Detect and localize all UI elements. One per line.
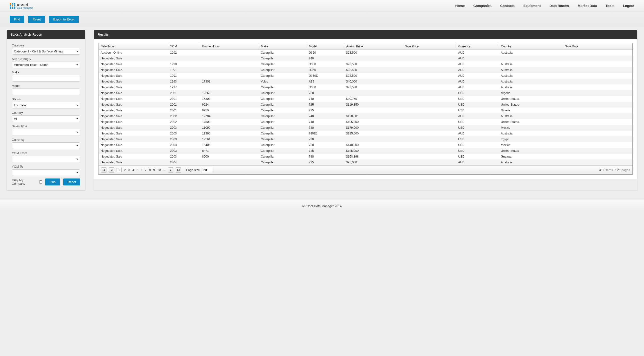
table-row[interactable]: Negotiated Sale199317301VolvoA35$40,000A… xyxy=(99,79,632,84)
page-5[interactable]: 5 xyxy=(136,168,138,172)
first-page-button[interactable]: |◀ xyxy=(101,168,106,173)
page-7[interactable]: 7 xyxy=(145,168,146,172)
col-country[interactable]: Country xyxy=(499,43,563,50)
logo: asset data manager xyxy=(10,2,33,9)
col-sale-date[interactable]: Sale Date xyxy=(563,43,632,50)
yomto-select[interactable] xyxy=(12,169,80,176)
table-row[interactable]: Negotiated Sale200115300Caterpillar740$9… xyxy=(99,96,632,102)
make-label: Make xyxy=(12,70,80,74)
country-label: Country xyxy=(12,111,80,115)
page-numbers: 12345678910... xyxy=(116,168,166,172)
table-row[interactable]: Negotiated SaleCaterpillar740AUD xyxy=(99,56,632,61)
category-select[interactable]: Category 1 - Civil & Surface Mining xyxy=(12,48,80,55)
model-label: Model xyxy=(12,84,80,88)
content-area: Sales Analysis Report Category Category … xyxy=(0,27,644,197)
table-row[interactable]: Negotiated Sale20038500Caterpillar740$15… xyxy=(99,154,632,160)
currency-label: Currency xyxy=(12,138,80,142)
col-sale-price[interactable]: Sale Price xyxy=(403,43,456,50)
nav-data-rooms[interactable]: Data Rooms xyxy=(549,4,569,8)
yomfrom-select[interactable] xyxy=(12,156,80,162)
nav-tools[interactable]: Tools xyxy=(606,4,614,8)
pager-info: 411 items in 21 pages xyxy=(600,168,630,172)
action-toolbar: Find Reset Export to Excel xyxy=(0,12,644,27)
results-panel: Results Sale TypeYOMFrame HoursMakeModel… xyxy=(94,30,637,190)
filter-panel-title: Sales Analysis Report xyxy=(7,30,85,39)
table-row[interactable]: Negotiated Sale20038471Caterpillar735$18… xyxy=(99,148,632,154)
page-...[interactable]: ... xyxy=(163,168,166,172)
table-row[interactable]: Auction - Online1992CaterpillarD350$23,5… xyxy=(99,50,632,56)
find-button[interactable]: Find xyxy=(10,16,24,23)
category-label: Category xyxy=(12,43,80,47)
model-input[interactable] xyxy=(12,89,80,95)
table-row[interactable]: Negotiated Sale1991CaterpillarD350$23,50… xyxy=(99,67,632,73)
yomto-label: YOM To xyxy=(12,165,80,168)
sidebar-find-button[interactable]: Find xyxy=(45,178,60,185)
pager: |◀ ◀ 12345678910... ▶ ▶| Page size: 411 … xyxy=(99,165,632,175)
country-select[interactable]: All xyxy=(12,115,80,122)
page-6[interactable]: 6 xyxy=(141,168,142,172)
status-select[interactable]: For Sale xyxy=(12,102,80,109)
nav-contacts[interactable]: Contacts xyxy=(500,4,515,8)
sidebar-reset-button[interactable]: Reset xyxy=(63,178,80,185)
nav-logout[interactable]: Logout xyxy=(623,4,634,8)
table-row[interactable]: Negotiated Sale200112263Caterpillar730US… xyxy=(99,90,632,96)
page-size-input[interactable] xyxy=(202,167,212,173)
page-1[interactable]: 1 xyxy=(116,168,122,172)
logo-subtext: data manager xyxy=(17,6,33,9)
results-table: Sale TypeYOMFrame HoursMakeModelAsking P… xyxy=(99,43,632,165)
export-excel-button[interactable]: Export to Excel xyxy=(49,16,78,23)
status-label: Status xyxy=(12,97,80,101)
currency-select[interactable] xyxy=(12,142,80,149)
table-row[interactable]: Negotiated Sale20019950Caterpillar725USD… xyxy=(99,108,632,113)
page-4[interactable]: 4 xyxy=(132,168,134,172)
col-frame-hours[interactable]: Frame Hours xyxy=(200,43,259,50)
table-row[interactable]: Negotiated Sale200311090Caterpillar730$1… xyxy=(99,125,632,131)
table-row[interactable]: Negotiated Sale200212784Caterpillar740$1… xyxy=(99,113,632,119)
col-yom[interactable]: YOM xyxy=(168,43,200,50)
col-sale-type[interactable]: Sale Type xyxy=(99,43,168,50)
page-3[interactable]: 3 xyxy=(128,168,130,172)
top-bar: asset data manager HomeCompaniesContacts… xyxy=(0,0,644,12)
table-row[interactable]: Negotiated Sale1990CaterpillarD350$23,50… xyxy=(99,61,632,67)
page-10[interactable]: 10 xyxy=(157,168,161,172)
page-size-label: Page size: xyxy=(186,168,200,172)
table-row[interactable]: Negotiated Sale2004Caterpillar725$95,000… xyxy=(99,160,632,165)
prev-page-button[interactable]: ◀ xyxy=(109,168,114,173)
col-make[interactable]: Make xyxy=(259,43,307,50)
main-nav: HomeCompaniesContactsEquipmentData Rooms… xyxy=(456,4,634,8)
make-input[interactable] xyxy=(12,75,80,82)
page-8[interactable]: 8 xyxy=(149,168,151,172)
filter-panel: Sales Analysis Report Category Category … xyxy=(7,30,85,190)
nav-market-data[interactable]: Market Data xyxy=(578,4,597,8)
salestype-select[interactable] xyxy=(12,129,80,135)
only-my-company-checkbox[interactable] xyxy=(39,180,42,183)
table-row[interactable]: Negotiated Sale200315406Caterpillar730$1… xyxy=(99,142,632,148)
reset-button[interactable]: Reset xyxy=(28,16,45,23)
nav-home[interactable]: Home xyxy=(456,4,465,8)
nav-companies[interactable]: Companies xyxy=(474,4,492,8)
col-currency[interactable]: Currency xyxy=(456,43,499,50)
table-row[interactable]: Negotiated Sale200312561Caterpillar730US… xyxy=(99,136,632,142)
table-row[interactable]: Negotiated Sale1991CaterpillarD350D$23,5… xyxy=(99,73,632,79)
col-model[interactable]: Model xyxy=(307,43,344,50)
page-2[interactable]: 2 xyxy=(124,168,126,172)
subcategory-select[interactable]: Articulated Truck - Dump xyxy=(12,62,80,68)
subcategory-label: Sub-Cateogry xyxy=(12,57,80,61)
table-row[interactable]: Negotiated Sale200311390Caterpillar740EJ… xyxy=(99,131,632,136)
table-row[interactable]: Negotiated Sale200217500Caterpillar740$1… xyxy=(99,119,632,125)
page-9[interactable]: 9 xyxy=(153,168,155,172)
last-page-button[interactable]: ▶| xyxy=(176,168,181,173)
col-asking-price[interactable]: Asking Price xyxy=(344,43,403,50)
table-row[interactable]: Negotiated Sale1997CaterpillarD350$23,50… xyxy=(99,84,632,90)
footer: © Asset Data Manager 2014 xyxy=(0,200,644,212)
results-title: Results xyxy=(94,30,637,39)
yomfrom-label: YOM From xyxy=(12,151,80,155)
only-my-company-label: Only My Company xyxy=(12,178,36,185)
salestype-label: Sales Type xyxy=(12,124,80,128)
logo-icon xyxy=(10,3,16,9)
table-row[interactable]: Negotiated Sale20019024Caterpillar725$11… xyxy=(99,102,632,108)
nav-equipment[interactable]: Equipment xyxy=(523,4,541,8)
next-page-button[interactable]: ▶ xyxy=(168,168,174,173)
